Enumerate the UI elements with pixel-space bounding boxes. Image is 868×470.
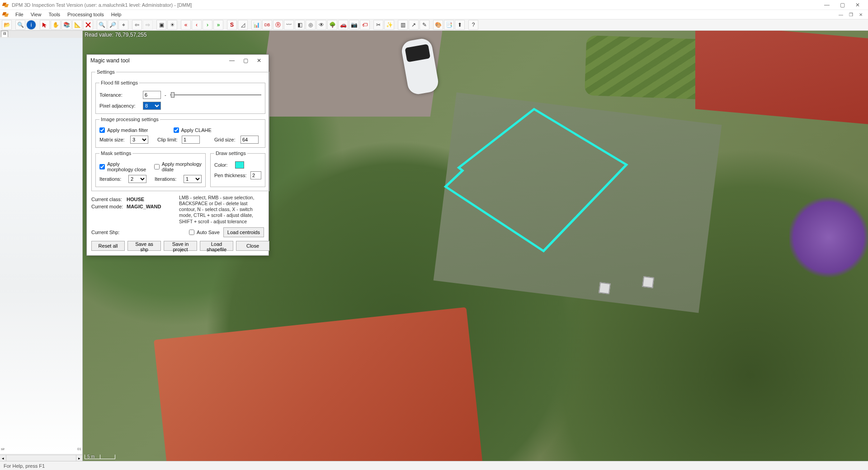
- zoom-in-icon[interactable]: 🔍: [97, 20, 107, 30]
- mdi-minimize-button[interactable]: —: [836, 12, 845, 17]
- tree-icon[interactable]: 🌳: [327, 20, 337, 30]
- current-mode-label: Current mode:: [91, 204, 127, 209]
- apply-clahe-checkbox[interactable]: Apply CLAHE: [174, 127, 212, 133]
- tag-icon[interactable]: 🏷: [360, 20, 370, 30]
- iter-close-select[interactable]: 2: [128, 175, 146, 183]
- menu-help[interactable]: Help: [108, 12, 125, 17]
- clip-limit-input[interactable]: [182, 136, 200, 144]
- mask-settings-group: Mask settings Apply morphology close App…: [95, 150, 206, 187]
- dialog-titlebar[interactable]: Magic wand tool — ▢ ✕: [87, 55, 269, 66]
- pixel-adjacency-select[interactable]: 8: [143, 102, 161, 110]
- db-icon[interactable]: DB: [262, 20, 272, 30]
- menu-tools[interactable]: Tools: [45, 12, 64, 17]
- reset-all-button[interactable]: Reset all: [91, 241, 125, 251]
- camera-icon[interactable]: 📷: [349, 20, 359, 30]
- thumb-label-left: sir: [1, 447, 5, 451]
- pen-thickness-label: Pen thickness:: [214, 173, 247, 178]
- statusbar-text: For Help, press F1: [4, 463, 45, 469]
- window-minimize-button[interactable]: —: [819, 2, 835, 8]
- mdi-close-button[interactable]: ✕: [856, 12, 865, 17]
- layers2-icon[interactable]: 📑: [444, 20, 454, 30]
- side-scrollbar[interactable]: ◂ ▸: [0, 455, 82, 461]
- goto-icon[interactable]: ↗: [409, 20, 419, 30]
- clear-icon[interactable]: [83, 20, 93, 30]
- select-rect-icon[interactable]: ▣: [156, 20, 166, 30]
- read-value-label: Read value: 76,79,57,255: [85, 32, 146, 38]
- window-close-button[interactable]: ✕: [850, 2, 865, 8]
- menu-processing-tools[interactable]: Processing tools: [64, 12, 108, 17]
- help-icon[interactable]: ?: [468, 20, 478, 30]
- first-icon[interactable]: «: [181, 20, 191, 30]
- info-icon[interactable]: i: [26, 20, 36, 30]
- load-centroids-button[interactable]: Load centroids: [223, 227, 264, 237]
- mdi-restore-button[interactable]: ❐: [846, 12, 855, 17]
- measure-icon[interactable]: 📐: [72, 20, 82, 30]
- target-icon[interactable]: ◎: [306, 20, 316, 30]
- back-icon[interactable]: ⇦: [132, 20, 142, 30]
- color-label: Color:: [214, 162, 231, 168]
- chart-icon[interactable]: 📊: [251, 20, 261, 30]
- morph-dilate-checkbox[interactable]: Apply morphology dilate: [154, 161, 202, 172]
- menubar: File View Tools Processing tools Help — …: [0, 10, 868, 19]
- dialog-minimize-button[interactable]: —: [226, 57, 238, 64]
- zoom-out-icon[interactable]: 🔎: [108, 20, 118, 30]
- export-icon[interactable]: ⬆: [455, 20, 465, 30]
- preview-thumbnail[interactable]: sir 01: [0, 38, 82, 454]
- mask-legend: Mask settings: [99, 150, 132, 156]
- scroll-right-icon[interactable]: ▸: [76, 455, 82, 461]
- reject-icon[interactable]: Ⓡ: [273, 20, 283, 30]
- save-in-project-button[interactable]: Save in project: [164, 241, 197, 251]
- menu-file[interactable]: File: [12, 12, 27, 17]
- tolerance-slider[interactable]: [170, 91, 261, 99]
- zoom-window-icon[interactable]: ⌖: [118, 20, 128, 30]
- layers-icon[interactable]: 📚: [61, 20, 71, 30]
- edit-icon[interactable]: ✎: [420, 20, 429, 30]
- open-icon[interactable]: 📂: [2, 20, 12, 30]
- next-icon[interactable]: ›: [203, 20, 212, 30]
- palette-icon[interactable]: 🎨: [433, 20, 443, 30]
- color-swatch[interactable]: [235, 161, 244, 169]
- apply-median-checkbox[interactable]: Apply median filter: [99, 127, 148, 133]
- curve-icon[interactable]: 〰: [284, 20, 294, 30]
- prev-icon[interactable]: ‹: [192, 20, 202, 30]
- brightness-icon[interactable]: ☀: [167, 20, 177, 30]
- window-title: DPM 3D Inspection Test Version (user: a.…: [12, 2, 192, 8]
- zoom-fit-icon[interactable]: 🔍: [15, 20, 25, 30]
- matrix-size-select[interactable]: 3: [130, 136, 148, 144]
- thumb-label-right: 01: [77, 447, 81, 451]
- stretch-icon[interactable]: S: [227, 20, 237, 30]
- iter-dilate-select[interactable]: 1: [184, 175, 202, 183]
- toolbar: 📂 🔍 i ✋ 📚 📐 🔍 🔎 ⌖ ⇦ ⇨ ▣ ☀ « ‹ › » S ◿ 📊 …: [0, 19, 868, 31]
- eye-icon[interactable]: 👁: [316, 20, 326, 30]
- draw-legend: Draw settings: [214, 150, 247, 156]
- last-icon[interactable]: »: [213, 20, 223, 30]
- scroll-left-icon[interactable]: ◂: [0, 455, 6, 461]
- image-processing-group: Image processing settings Apply median f…: [95, 117, 265, 148]
- morph-close-checkbox[interactable]: Apply morphology close: [99, 161, 147, 172]
- pointer-icon[interactable]: [40, 20, 50, 30]
- dialog-close-button[interactable]: ✕: [253, 57, 265, 64]
- flood-legend: Flood fill settings: [99, 80, 139, 85]
- current-class-value: HOUSE: [127, 197, 144, 202]
- pan-icon[interactable]: ✋: [51, 20, 61, 30]
- menu-view[interactable]: View: [27, 12, 45, 17]
- wand-icon[interactable]: ✨: [384, 20, 394, 30]
- car-icon[interactable]: 🚗: [338, 20, 348, 30]
- side-tab[interactable]: ⊟: [1, 31, 8, 37]
- tolerance-dash: -: [165, 92, 166, 98]
- window-maximize-button[interactable]: ▢: [835, 2, 850, 8]
- auto-save-checkbox[interactable]: Auto Save: [189, 230, 220, 235]
- window-controls: — ▢ ✕: [819, 2, 865, 8]
- save-as-shp-button[interactable]: Save as shp: [127, 241, 161, 251]
- cut-icon[interactable]: ✂: [373, 20, 383, 30]
- box-icon[interactable]: ▥: [398, 20, 408, 30]
- dialog-maximize-button[interactable]: ▢: [240, 57, 251, 64]
- diag-icon[interactable]: ◿: [238, 20, 248, 30]
- grid-size-input[interactable]: [241, 136, 259, 144]
- tolerance-input[interactable]: [143, 91, 161, 99]
- pen-thickness-input[interactable]: [250, 171, 261, 179]
- split-icon[interactable]: ◧: [295, 20, 305, 30]
- close-button[interactable]: Close: [236, 241, 269, 251]
- load-shapefile-button[interactable]: Load shapefile: [200, 241, 233, 251]
- forward-icon[interactable]: ⇨: [143, 20, 153, 30]
